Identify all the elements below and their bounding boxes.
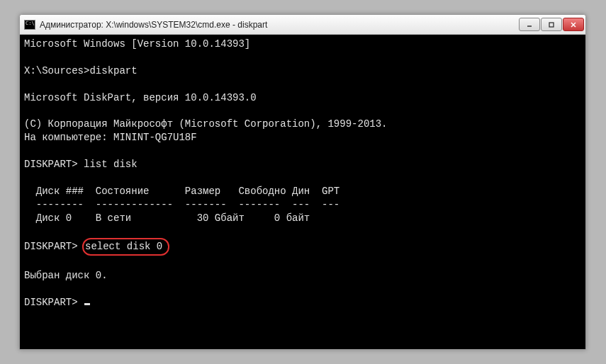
- cmd-listdisk: list disk: [84, 159, 138, 170]
- computer-line: На компьютере: MININT-QG7U18F: [24, 132, 197, 143]
- highlighted-command: select disk 0: [82, 238, 169, 256]
- window-controls: [519, 18, 584, 31]
- prompt-diskpart-3: DISKPART>: [24, 297, 84, 308]
- prompt-sources: X:\Sources>: [24, 65, 89, 76]
- cursor: [84, 303, 90, 305]
- maximize-button[interactable]: [541, 18, 562, 31]
- minimize-button[interactable]: [519, 18, 540, 31]
- diskpart-version-line: Microsoft DiskPart, версия 10.0.14393.0: [24, 92, 257, 103]
- command-prompt-window: Администратор: X:\windows\SYSTEM32\cmd.e…: [19, 14, 586, 350]
- cmd-icon: [24, 20, 35, 30]
- cmd-selectdisk: select disk 0: [85, 241, 162, 252]
- version-line: Microsoft Windows [Version 10.0.14393]: [24, 38, 250, 50]
- table-divider: -------- ------------- ------- ------- -…: [24, 199, 340, 210]
- table-header: Диск ### Состояние Размер Свободно Дин G…: [24, 186, 340, 197]
- cmd-diskpart: diskpart: [89, 65, 137, 76]
- table-row: Диск 0 В сети 30 Gбайт 0 байт: [24, 212, 310, 224]
- svg-rect-1: [549, 23, 554, 27]
- titlebar[interactable]: Администратор: X:\windows\SYSTEM32\cmd.e…: [20, 15, 585, 35]
- prompt-diskpart-1: DISKPART>: [24, 159, 84, 170]
- terminal-output[interactable]: Microsoft Windows [Version 10.0.14393] X…: [20, 35, 585, 349]
- close-button[interactable]: [563, 18, 584, 31]
- window-title: Администратор: X:\windows\SYSTEM32\cmd.e…: [40, 20, 519, 30]
- prompt-diskpart-2: DISKPART>: [24, 241, 84, 252]
- selected-line: Выбран диск 0.: [24, 270, 108, 281]
- copyright-line: (C) Корпорация Майкрософт (Microsoft Cor…: [24, 118, 387, 130]
